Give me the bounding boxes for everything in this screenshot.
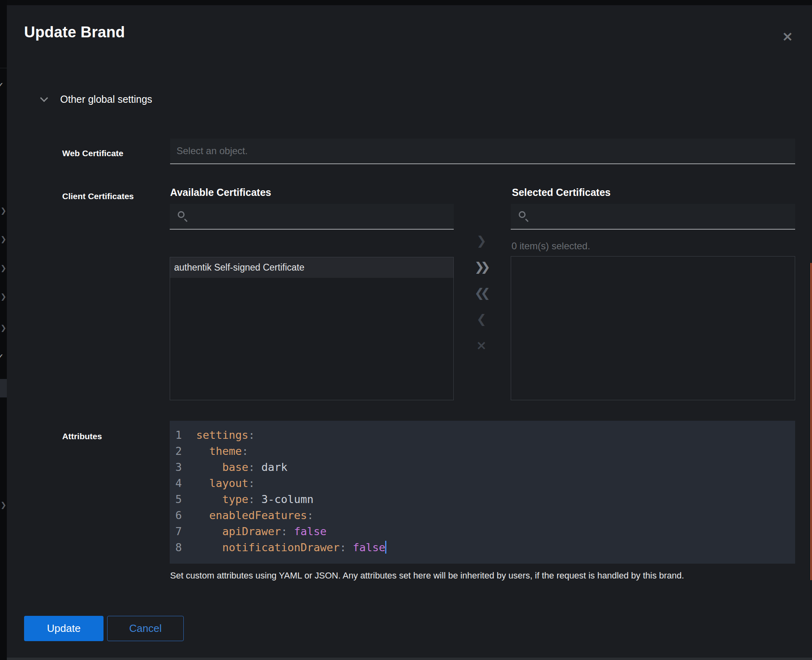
check-icon: ✓ <box>0 352 4 363</box>
modal-title: Update Brand <box>24 24 125 41</box>
available-certificates-heading: Available Certificates <box>170 187 271 198</box>
check-icon: ✓ <box>0 81 4 91</box>
clear-selected-button[interactable]: × <box>473 336 490 354</box>
code-line: 7 apiDrawer: false <box>170 524 795 540</box>
update-brand-modal: Update Brand × Other global settings Web… <box>7 5 812 658</box>
web-certificate-label: Web Certificate <box>62 149 124 158</box>
attributes-code-editor[interactable]: 1settings:2 theme:3 base: dark4 layout:5… <box>170 421 795 564</box>
section-toggle-other-global-settings[interactable]: Other global settings <box>35 88 152 110</box>
code-line: 1settings: <box>170 427 795 443</box>
available-search-input[interactable] <box>188 204 454 229</box>
move-selected-right-button[interactable]: ❯ <box>473 232 490 250</box>
occluded-sidebar-strip: ✓✓❯❯❯❯❯❯ <box>0 0 7 660</box>
search-icon <box>519 211 529 222</box>
code-line: 6 enabledFeatures: <box>170 507 795 524</box>
chevron-down-icon <box>40 94 48 102</box>
code-line: 2 theme: <box>170 443 795 459</box>
code-line: 5 type: 3-column <box>170 491 795 507</box>
search-icon <box>178 211 188 222</box>
screen: ✓✓❯❯❯❯❯❯ Update Brand × Other global set… <box>0 0 812 660</box>
selected-certificates-list[interactable] <box>511 256 795 400</box>
client-certificates-label: Client Certificates <box>62 191 134 201</box>
update-button[interactable]: Update <box>24 616 104 641</box>
move-selected-left-button[interactable]: ❮ <box>473 310 490 328</box>
attributes-help-text: Set custom attributes using YAML or JSON… <box>170 570 796 581</box>
chevron-right-icon: ❯ <box>0 207 6 214</box>
section-label: Other global settings <box>60 94 152 105</box>
sidebar-divider <box>0 68 7 68</box>
code-line: 3 base: dark <box>170 459 795 475</box>
code-line: 4 layout: <box>170 475 795 491</box>
move-all-left-button[interactable]: ❮❮ <box>473 284 490 302</box>
chevron-right-icon: ❯ <box>0 265 6 272</box>
web-certificate-select[interactable] <box>170 139 795 164</box>
chevron-right-icon: ❯ <box>0 501 6 509</box>
selected-search-input[interactable] <box>529 204 795 229</box>
chevron-right-icon: ❯ <box>0 293 6 300</box>
cancel-button[interactable]: Cancel <box>107 616 184 641</box>
selected-certificates-heading: Selected Certificates <box>512 187 611 198</box>
selected-count-status: 0 item(s) selected. <box>512 240 590 252</box>
right-edge-accent-line <box>810 263 812 580</box>
move-all-right-button[interactable]: ❯❯ <box>473 258 490 276</box>
text-cursor <box>385 541 386 554</box>
available-certificate-row[interactable]: authentik Self-signed Certificate <box>170 257 453 278</box>
close-icon[interactable]: × <box>778 26 797 46</box>
sidebar-selected-item-edge <box>0 379 7 397</box>
chevron-right-icon: ❯ <box>0 236 6 243</box>
available-search-box <box>170 204 454 230</box>
available-certificates-list[interactable]: authentik Self-signed Certificate <box>170 257 454 400</box>
code-line: 8 notificationDrawer: false <box>170 540 795 556</box>
chevron-right-icon: ❯ <box>0 324 6 332</box>
selected-search-box <box>511 204 795 230</box>
occluded-page-bottom-edge <box>7 658 812 660</box>
attributes-label: Attributes <box>62 432 102 441</box>
